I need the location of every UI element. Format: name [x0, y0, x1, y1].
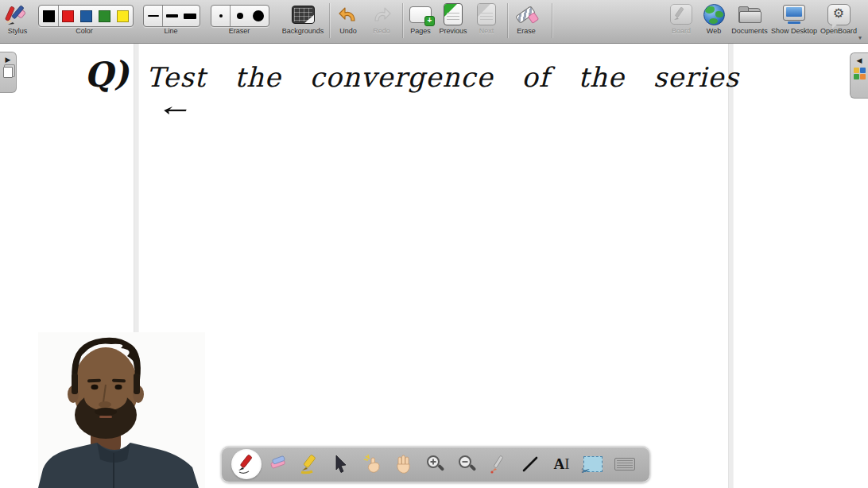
swatch-yellow: [117, 10, 129, 22]
eraser-small: [219, 14, 223, 17]
line-group: [143, 5, 200, 27]
pen-tool-button[interactable]: [233, 449, 260, 479]
capture-tool-button[interactable]: ✂: [579, 449, 606, 479]
pages-panel-icon: [3, 67, 13, 78]
line-thick-option[interactable]: [180, 6, 199, 26]
highlighter-tool-button[interactable]: [296, 449, 323, 479]
eraser-medium: [237, 13, 243, 19]
line-tool-button[interactable]: [517, 449, 544, 479]
line-icon: [521, 455, 540, 474]
undo-label: Undo: [332, 27, 364, 35]
swatch-blue: [80, 10, 92, 22]
stylus-icon: [2, 2, 33, 26]
capture-icon: ✂: [583, 456, 603, 472]
next-page-icon: [470, 2, 503, 26]
show-desktop-label: Show Desktop: [769, 27, 819, 35]
zoom-in-icon: [425, 454, 446, 474]
color-swatch-yellow[interactable]: [114, 6, 132, 26]
color-swatch-black[interactable]: [39, 6, 58, 26]
web-label: Web: [699, 27, 729, 35]
documents-mode-button[interactable]: Documents: [727, 2, 772, 35]
stylus-button[interactable]: Stylus: [2, 2, 33, 35]
text-tool-icon: AI: [554, 455, 570, 473]
color-group: [38, 5, 134, 27]
whiteboard-canvas[interactable]: Q) Test the convergence of the series ← …: [0, 44, 868, 488]
laser-pointer-tool-button[interactable]: [485, 449, 512, 479]
swatch-black: [43, 10, 55, 22]
web-globe-icon: [699, 2, 729, 26]
toolbar-separator: [507, 3, 508, 38]
eraser-icon: [268, 455, 289, 474]
right-panel-expander-tab[interactable]: ◀: [850, 52, 868, 99]
laser-pointer-icon: [489, 454, 508, 474]
next-label: Next: [470, 27, 503, 35]
selector-tool-button[interactable]: [327, 449, 355, 479]
eraser-small-option[interactable]: [211, 6, 230, 26]
pages-button[interactable]: + Pages: [404, 2, 437, 35]
next-page-button[interactable]: Next: [470, 2, 503, 35]
show-desktop-button[interactable]: Show Desktop: [769, 2, 819, 35]
toolbar-overflow-arrow[interactable]: ▾: [858, 34, 862, 41]
previous-page-icon: [436, 2, 470, 26]
backgrounds-button[interactable]: Backgrounds: [280, 2, 326, 35]
board-mode-icon: [666, 2, 696, 26]
pages-label: Pages: [404, 27, 437, 35]
swatch-red: [62, 10, 74, 22]
virtual-keyboard-tool-button[interactable]: [611, 449, 638, 479]
line-medium-option[interactable]: [163, 6, 180, 26]
left-panel-expander-tab[interactable]: ▶: [0, 52, 17, 93]
undo-button[interactable]: Undo: [332, 2, 364, 35]
expand-right-icon: ▶: [6, 56, 11, 64]
openboard-settings-button[interactable]: ⚙ OpenBoard: [816, 2, 862, 35]
eraser-tool-button[interactable]: [265, 449, 292, 479]
eraser-group: [211, 5, 269, 27]
eraser-label: Eraser: [215, 27, 263, 35]
line-thin-option[interactable]: [144, 6, 162, 26]
documents-folder-icon: [727, 2, 772, 26]
line-group-label-wrap: Line: [147, 26, 195, 35]
documents-label: Documents: [727, 27, 772, 35]
stylus-label: Stylus: [2, 27, 33, 35]
web-mode-button[interactable]: Web: [699, 2, 729, 35]
pages-icon: +: [404, 2, 437, 26]
redo-button[interactable]: Redo: [366, 2, 397, 35]
erase-label: Erase: [510, 27, 543, 35]
floating-tool-palette: AI ✂: [221, 446, 650, 482]
handwriting-question-label: Q): [83, 53, 130, 95]
color-swatch-blue[interactable]: [77, 6, 95, 26]
color-label: Color: [60, 27, 108, 35]
board-mode-button[interactable]: Board: [666, 2, 696, 35]
interact-tool-button[interactable]: [359, 449, 386, 479]
zoom-out-tool-button[interactable]: [454, 449, 481, 479]
expand-left-icon: ◀: [857, 56, 862, 64]
webcam-video-presenter: [38, 332, 205, 488]
openboard-label: OpenBoard: [816, 27, 862, 35]
color-swatch-green[interactable]: [95, 6, 114, 26]
eraser-medium-option[interactable]: [231, 6, 249, 26]
hand-icon: [393, 454, 414, 474]
backgrounds-label: Backgrounds: [280, 27, 326, 35]
top-toolbar: Stylus Color Line Eraser Backgrounds: [0, 0, 868, 44]
toolbar-separator: [402, 3, 403, 38]
text-tool-button[interactable]: AI: [548, 449, 575, 479]
zoom-out-icon: [457, 454, 478, 474]
toolbar-separator: [329, 3, 330, 38]
undo-icon: [332, 2, 364, 26]
page-edge-line: [728, 44, 734, 488]
eraser-group-label-wrap: Eraser: [215, 26, 263, 35]
line-medium: [166, 14, 178, 17]
previous-label: Previous: [436, 27, 470, 35]
toolbar-separator: [552, 3, 552, 38]
scroll-hand-tool-button[interactable]: [390, 449, 417, 479]
library-panel-icon: [854, 68, 866, 79]
board-label: Board: [666, 27, 696, 35]
zoom-in-tool-button[interactable]: [422, 449, 449, 479]
erase-button[interactable]: Erase: [510, 2, 543, 35]
color-swatch-red[interactable]: [59, 6, 77, 26]
eraser-large-option[interactable]: [249, 6, 268, 26]
show-desktop-monitor-icon: [769, 2, 819, 26]
color-group-label-wrap: Color: [60, 26, 108, 35]
pen-icon: [236, 454, 257, 474]
backgrounds-icon: [280, 2, 326, 26]
previous-page-button[interactable]: Previous: [436, 2, 470, 35]
